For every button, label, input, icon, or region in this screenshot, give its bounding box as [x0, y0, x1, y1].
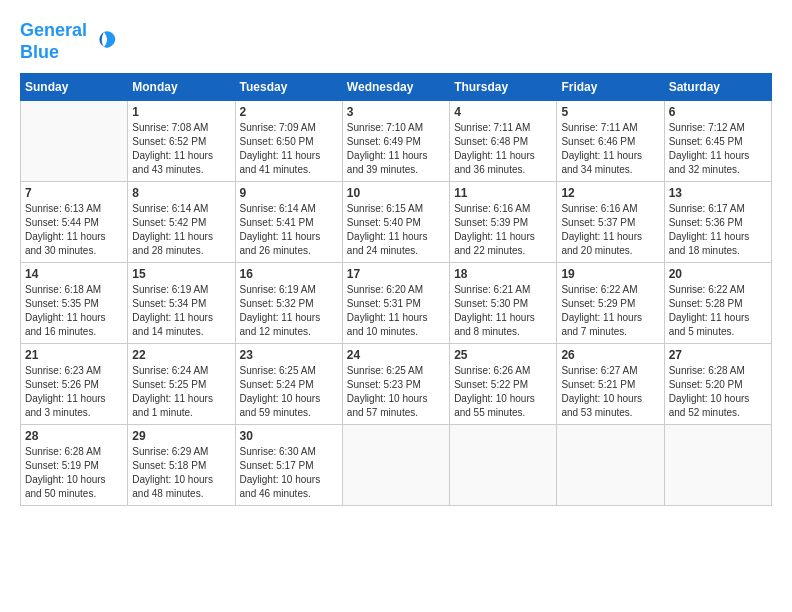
- calendar-week-row: 7Sunrise: 6:13 AM Sunset: 5:44 PM Daylig…: [21, 182, 772, 263]
- calendar-cell: [557, 425, 664, 506]
- calendar-week-row: 28Sunrise: 6:28 AM Sunset: 5:19 PM Dayli…: [21, 425, 772, 506]
- day-info: Sunrise: 7:10 AM Sunset: 6:49 PM Dayligh…: [347, 121, 445, 177]
- logo-text: General Blue: [20, 20, 87, 63]
- day-number: 21: [25, 348, 123, 362]
- day-info: Sunrise: 7:08 AM Sunset: 6:52 PM Dayligh…: [132, 121, 230, 177]
- day-info: Sunrise: 6:27 AM Sunset: 5:21 PM Dayligh…: [561, 364, 659, 420]
- calendar-cell: 25Sunrise: 6:26 AM Sunset: 5:22 PM Dayli…: [450, 344, 557, 425]
- day-number: 24: [347, 348, 445, 362]
- weekday-header: Monday: [128, 74, 235, 101]
- weekday-header: Saturday: [664, 74, 771, 101]
- calendar-cell: 8Sunrise: 6:14 AM Sunset: 5:42 PM Daylig…: [128, 182, 235, 263]
- calendar-cell: [450, 425, 557, 506]
- logo: General Blue: [20, 20, 119, 63]
- calendar-cell: 22Sunrise: 6:24 AM Sunset: 5:25 PM Dayli…: [128, 344, 235, 425]
- calendar-cell: 12Sunrise: 6:16 AM Sunset: 5:37 PM Dayli…: [557, 182, 664, 263]
- weekday-header: Wednesday: [342, 74, 449, 101]
- day-number: 2: [240, 105, 338, 119]
- day-number: 26: [561, 348, 659, 362]
- calendar-cell: 24Sunrise: 6:25 AM Sunset: 5:23 PM Dayli…: [342, 344, 449, 425]
- calendar-cell: 2Sunrise: 7:09 AM Sunset: 6:50 PM Daylig…: [235, 101, 342, 182]
- day-info: Sunrise: 6:23 AM Sunset: 5:26 PM Dayligh…: [25, 364, 123, 420]
- day-number: 10: [347, 186, 445, 200]
- day-info: Sunrise: 6:22 AM Sunset: 5:28 PM Dayligh…: [669, 283, 767, 339]
- day-info: Sunrise: 6:20 AM Sunset: 5:31 PM Dayligh…: [347, 283, 445, 339]
- day-info: Sunrise: 6:14 AM Sunset: 5:41 PM Dayligh…: [240, 202, 338, 258]
- day-number: 4: [454, 105, 552, 119]
- day-info: Sunrise: 6:16 AM Sunset: 5:37 PM Dayligh…: [561, 202, 659, 258]
- day-number: 13: [669, 186, 767, 200]
- weekday-header: Friday: [557, 74, 664, 101]
- day-number: 11: [454, 186, 552, 200]
- calendar-cell: 7Sunrise: 6:13 AM Sunset: 5:44 PM Daylig…: [21, 182, 128, 263]
- day-number: 8: [132, 186, 230, 200]
- calendar-week-row: 21Sunrise: 6:23 AM Sunset: 5:26 PM Dayli…: [21, 344, 772, 425]
- day-info: Sunrise: 7:09 AM Sunset: 6:50 PM Dayligh…: [240, 121, 338, 177]
- day-number: 19: [561, 267, 659, 281]
- day-number: 14: [25, 267, 123, 281]
- calendar-cell: 4Sunrise: 7:11 AM Sunset: 6:48 PM Daylig…: [450, 101, 557, 182]
- calendar-cell: 30Sunrise: 6:30 AM Sunset: 5:17 PM Dayli…: [235, 425, 342, 506]
- calendar-cell: 1Sunrise: 7:08 AM Sunset: 6:52 PM Daylig…: [128, 101, 235, 182]
- day-number: 29: [132, 429, 230, 443]
- calendar-cell: 16Sunrise: 6:19 AM Sunset: 5:32 PM Dayli…: [235, 263, 342, 344]
- calendar-cell: 13Sunrise: 6:17 AM Sunset: 5:36 PM Dayli…: [664, 182, 771, 263]
- calendar-cell: [664, 425, 771, 506]
- calendar-cell: 6Sunrise: 7:12 AM Sunset: 6:45 PM Daylig…: [664, 101, 771, 182]
- day-number: 18: [454, 267, 552, 281]
- calendar-week-row: 1Sunrise: 7:08 AM Sunset: 6:52 PM Daylig…: [21, 101, 772, 182]
- day-number: 12: [561, 186, 659, 200]
- day-number: 20: [669, 267, 767, 281]
- day-number: 6: [669, 105, 767, 119]
- day-info: Sunrise: 6:19 AM Sunset: 5:32 PM Dayligh…: [240, 283, 338, 339]
- day-info: Sunrise: 6:28 AM Sunset: 5:19 PM Dayligh…: [25, 445, 123, 501]
- calendar-cell: 17Sunrise: 6:20 AM Sunset: 5:31 PM Dayli…: [342, 263, 449, 344]
- day-number: 15: [132, 267, 230, 281]
- day-info: Sunrise: 6:30 AM Sunset: 5:17 PM Dayligh…: [240, 445, 338, 501]
- day-info: Sunrise: 6:22 AM Sunset: 5:29 PM Dayligh…: [561, 283, 659, 339]
- logo-bird-icon: [89, 27, 119, 57]
- calendar-cell: [342, 425, 449, 506]
- day-info: Sunrise: 6:15 AM Sunset: 5:40 PM Dayligh…: [347, 202, 445, 258]
- calendar-cell: 5Sunrise: 7:11 AM Sunset: 6:46 PM Daylig…: [557, 101, 664, 182]
- day-info: Sunrise: 6:24 AM Sunset: 5:25 PM Dayligh…: [132, 364, 230, 420]
- day-number: 9: [240, 186, 338, 200]
- calendar-cell: 28Sunrise: 6:28 AM Sunset: 5:19 PM Dayli…: [21, 425, 128, 506]
- day-info: Sunrise: 7:11 AM Sunset: 6:48 PM Dayligh…: [454, 121, 552, 177]
- day-number: 17: [347, 267, 445, 281]
- calendar-cell: 27Sunrise: 6:28 AM Sunset: 5:20 PM Dayli…: [664, 344, 771, 425]
- day-info: Sunrise: 6:25 AM Sunset: 5:23 PM Dayligh…: [347, 364, 445, 420]
- calendar-cell: [21, 101, 128, 182]
- day-info: Sunrise: 7:11 AM Sunset: 6:46 PM Dayligh…: [561, 121, 659, 177]
- day-info: Sunrise: 6:28 AM Sunset: 5:20 PM Dayligh…: [669, 364, 767, 420]
- day-info: Sunrise: 6:16 AM Sunset: 5:39 PM Dayligh…: [454, 202, 552, 258]
- calendar-cell: 29Sunrise: 6:29 AM Sunset: 5:18 PM Dayli…: [128, 425, 235, 506]
- day-info: Sunrise: 7:12 AM Sunset: 6:45 PM Dayligh…: [669, 121, 767, 177]
- calendar-cell: 15Sunrise: 6:19 AM Sunset: 5:34 PM Dayli…: [128, 263, 235, 344]
- day-number: 16: [240, 267, 338, 281]
- day-info: Sunrise: 6:18 AM Sunset: 5:35 PM Dayligh…: [25, 283, 123, 339]
- day-number: 1: [132, 105, 230, 119]
- calendar-cell: 26Sunrise: 6:27 AM Sunset: 5:21 PM Dayli…: [557, 344, 664, 425]
- day-number: 3: [347, 105, 445, 119]
- day-info: Sunrise: 6:19 AM Sunset: 5:34 PM Dayligh…: [132, 283, 230, 339]
- day-info: Sunrise: 6:13 AM Sunset: 5:44 PM Dayligh…: [25, 202, 123, 258]
- calendar-cell: 3Sunrise: 7:10 AM Sunset: 6:49 PM Daylig…: [342, 101, 449, 182]
- day-number: 22: [132, 348, 230, 362]
- calendar-week-row: 14Sunrise: 6:18 AM Sunset: 5:35 PM Dayli…: [21, 263, 772, 344]
- calendar-cell: 18Sunrise: 6:21 AM Sunset: 5:30 PM Dayli…: [450, 263, 557, 344]
- calendar-cell: 14Sunrise: 6:18 AM Sunset: 5:35 PM Dayli…: [21, 263, 128, 344]
- day-number: 5: [561, 105, 659, 119]
- day-info: Sunrise: 6:21 AM Sunset: 5:30 PM Dayligh…: [454, 283, 552, 339]
- day-info: Sunrise: 6:17 AM Sunset: 5:36 PM Dayligh…: [669, 202, 767, 258]
- calendar-cell: 21Sunrise: 6:23 AM Sunset: 5:26 PM Dayli…: [21, 344, 128, 425]
- day-info: Sunrise: 6:26 AM Sunset: 5:22 PM Dayligh…: [454, 364, 552, 420]
- day-info: Sunrise: 6:25 AM Sunset: 5:24 PM Dayligh…: [240, 364, 338, 420]
- calendar-table: SundayMondayTuesdayWednesdayThursdayFrid…: [20, 73, 772, 506]
- weekday-header: Sunday: [21, 74, 128, 101]
- calendar-cell: 10Sunrise: 6:15 AM Sunset: 5:40 PM Dayli…: [342, 182, 449, 263]
- calendar-cell: 23Sunrise: 6:25 AM Sunset: 5:24 PM Dayli…: [235, 344, 342, 425]
- calendar-cell: 9Sunrise: 6:14 AM Sunset: 5:41 PM Daylig…: [235, 182, 342, 263]
- weekday-header: Tuesday: [235, 74, 342, 101]
- day-number: 7: [25, 186, 123, 200]
